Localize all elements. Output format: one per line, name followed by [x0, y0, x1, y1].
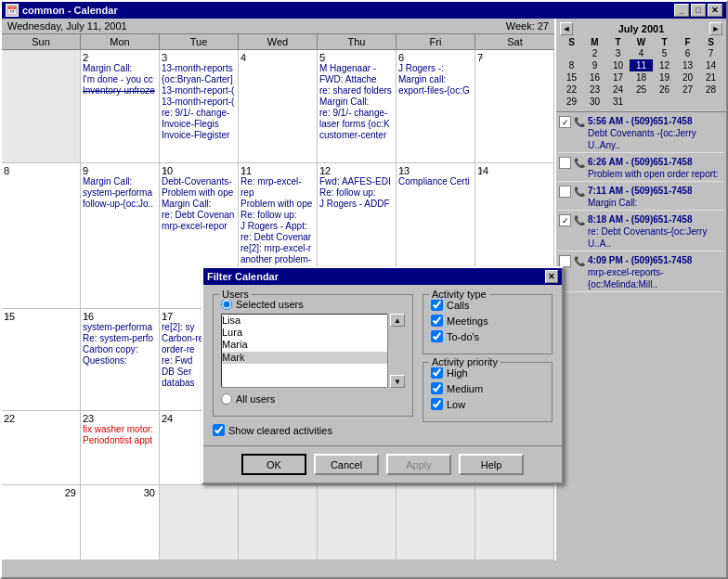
- meetings-label: Meetings: [447, 315, 488, 327]
- activity-type-group: Activity type Calls Meetings To-do's: [422, 294, 552, 354]
- calls-label: Calls: [447, 300, 469, 311]
- selected-users-radio-item: Selected users: [221, 299, 405, 310]
- calls-checkbox-item: Calls: [431, 299, 544, 311]
- show-cleared-checkbox[interactable]: [213, 424, 225, 436]
- todos-label: To-do's: [447, 331, 479, 342]
- high-checkbox-item: High: [431, 367, 544, 379]
- medium-checkbox-item: Medium: [431, 382, 544, 394]
- low-checkbox-item: Low: [431, 398, 544, 410]
- ok-button[interactable]: OK: [241, 454, 306, 475]
- high-checkbox[interactable]: [431, 367, 443, 379]
- activity-priority-label: Activity priority: [429, 356, 500, 367]
- selected-users-radio[interactable]: [221, 299, 232, 310]
- selected-users-label: Selected users: [236, 299, 304, 310]
- dialog-title-text: Filter Calendar: [207, 271, 279, 282]
- dialog-right: Activity type Calls Meetings To-do's: [422, 294, 552, 436]
- user-list-scroll-up[interactable]: ▲: [390, 314, 405, 327]
- medium-checkbox[interactable]: [431, 382, 443, 394]
- dialog-overlay: Filter Calendar ✕ Users Selected users: [2, 2, 726, 577]
- user-option-mark[interactable]: Mark: [222, 352, 387, 364]
- high-label: High: [447, 367, 468, 379]
- show-cleared-container: Show cleared activities: [213, 424, 413, 436]
- users-group: Users Selected users Lisa Lura Maria Mar…: [213, 294, 413, 417]
- user-option-maria[interactable]: Maria: [222, 339, 387, 351]
- cancel-button[interactable]: Cancel: [314, 454, 379, 475]
- dialog-title-bar: Filter Calendar ✕: [203, 268, 562, 285]
- show-cleared-label: Show cleared activities: [228, 425, 332, 436]
- apply-button[interactable]: Apply: [386, 454, 451, 475]
- medium-label: Medium: [447, 383, 483, 394]
- main-window: 📅 common - Calendar _ □ ✕ Wednesday, Jul…: [0, 0, 728, 579]
- meetings-checkbox-item: Meetings: [431, 315, 544, 327]
- low-checkbox[interactable]: [431, 398, 443, 410]
- dialog-body: Users Selected users Lisa Lura Maria Mar…: [203, 285, 562, 445]
- all-users-radio-item: All users: [221, 393, 405, 405]
- todos-checkbox-item: To-do's: [431, 330, 544, 342]
- filter-calendar-dialog: Filter Calendar ✕ Users Selected users: [202, 266, 564, 484]
- dialog-close-button[interactable]: ✕: [545, 270, 558, 283]
- dialog-footer: OK Cancel Apply Help: [203, 445, 562, 482]
- all-users-label: All users: [236, 393, 275, 405]
- users-group-label: Users: [219, 289, 252, 300]
- help-button[interactable]: Help: [459, 454, 524, 475]
- user-option-lisa[interactable]: Lisa: [222, 315, 387, 327]
- meetings-checkbox[interactable]: [431, 315, 443, 327]
- low-label: Low: [447, 399, 465, 410]
- dialog-left: Users Selected users Lisa Lura Maria Mar…: [213, 294, 413, 436]
- user-option-lura[interactable]: Lura: [222, 327, 387, 339]
- user-list[interactable]: Lisa Lura Maria Mark: [221, 314, 388, 388]
- activity-type-label: Activity type: [429, 289, 489, 300]
- todos-checkbox[interactable]: [431, 330, 443, 342]
- all-users-radio[interactable]: [221, 393, 232, 405]
- activity-priority-group: Activity priority High Medium Low: [422, 362, 552, 422]
- user-list-scroll-down[interactable]: ▼: [390, 375, 405, 388]
- calls-checkbox[interactable]: [431, 299, 443, 311]
